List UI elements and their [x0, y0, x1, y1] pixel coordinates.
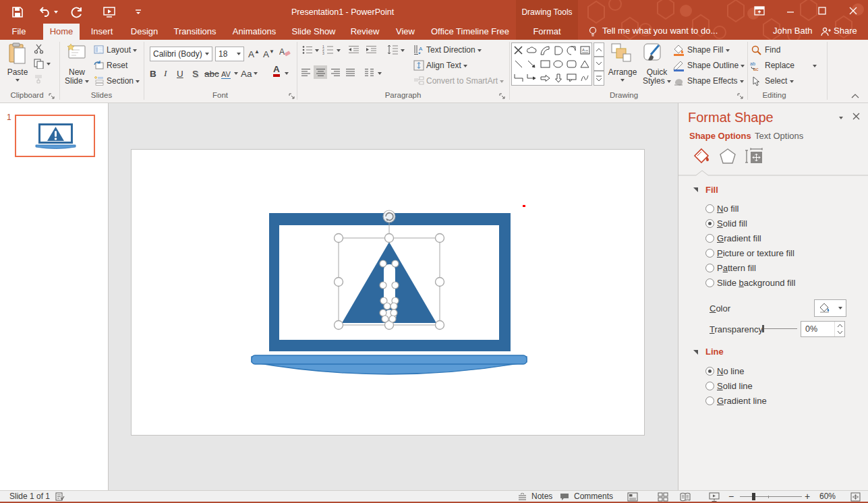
format-painter-icon[interactable]	[34, 74, 44, 84]
layout-button[interactable]: Layout	[107, 45, 137, 55]
rotate-handle[interactable]	[383, 210, 395, 223]
radio-solid-line-label[interactable]: Solid line	[717, 381, 753, 391]
collapse-ribbon-icon[interactable]	[851, 94, 859, 98]
share-button[interactable]: Share	[834, 26, 857, 36]
numbering-icon[interactable]: 123	[322, 45, 334, 55]
clear-formatting-icon[interactable]: A	[279, 47, 291, 58]
fill-color-button[interactable]	[814, 299, 846, 317]
transparency-spin-down-icon[interactable]	[837, 330, 843, 334]
fill-section-header[interactable]: Fill	[705, 185, 718, 195]
new-slide-icon[interactable]	[66, 43, 86, 62]
quick-styles-icon[interactable]	[643, 42, 666, 64]
spellcheck-icon[interactable]	[55, 492, 65, 501]
shape-rectangle-icon[interactable]	[538, 57, 552, 71]
reset-button[interactable]: Reset	[107, 60, 127, 71]
paste-button[interactable]: Paste	[4, 67, 31, 77]
paste-dropdown-icon[interactable]	[16, 79, 20, 82]
tab-format[interactable]: Format	[516, 24, 578, 40]
radio-gradient-fill-label[interactable]: Gradient fill	[717, 233, 761, 243]
shape-arc-icon[interactable]	[538, 43, 552, 57]
zoom-slider-track[interactable]	[740, 496, 802, 497]
shape-effects-button[interactable]: Shape Effects	[687, 76, 744, 86]
zoom-slider-thumb[interactable]	[752, 493, 755, 500]
radio-slide-bg-fill[interactable]	[705, 278, 714, 287]
minimize-button[interactable]	[779, 0, 802, 22]
clipboard-dialog-launcher-icon[interactable]	[49, 93, 55, 100]
radio-solid-fill-label[interactable]: Solid fill	[717, 218, 747, 229]
tab-insert[interactable]: Insert	[85, 24, 119, 40]
bullets-icon[interactable]	[302, 45, 313, 55]
align-right-icon[interactable]	[330, 68, 341, 77]
close-button[interactable]	[842, 0, 865, 22]
line-section-expander[interactable]	[693, 350, 698, 355]
tab-text-options[interactable]: Text Options	[755, 131, 803, 141]
fill-section-expander[interactable]	[693, 187, 698, 192]
zoom-level[interactable]: 60%	[819, 492, 836, 502]
fill-line-icon[interactable]	[693, 148, 711, 165]
grow-font-button[interactable]: A▲	[248, 47, 260, 59]
shape-line-icon[interactable]	[512, 57, 525, 71]
arrange-button[interactable]: Arrange	[606, 67, 639, 77]
comments-button[interactable]: Comments	[574, 492, 613, 502]
change-case-dropdown-icon[interactable]	[254, 72, 258, 75]
copy-icon[interactable]	[34, 59, 44, 69]
radio-pattern-fill-label[interactable]: Pattern fill	[717, 263, 756, 273]
numbering-dropdown-icon[interactable]	[337, 49, 341, 52]
redo-icon[interactable]	[70, 5, 84, 19]
shape-right-arrow-icon[interactable]	[538, 71, 552, 85]
paragraph-dialog-launcher-icon[interactable]	[499, 93, 506, 100]
shape-down-arrow-icon[interactable]	[552, 71, 565, 85]
shape-effects-icon[interactable]	[673, 76, 685, 87]
radio-solid-fill[interactable]	[705, 219, 714, 228]
radio-no-line-label[interactable]: No line	[717, 366, 744, 376]
transparency-value-box[interactable]: 0%	[801, 321, 845, 337]
gallery-scroll-down-button[interactable]	[594, 57, 604, 71]
shape-half-round-icon[interactable]	[552, 43, 565, 57]
laptop-base-shape[interactable]	[252, 355, 527, 374]
italic-button[interactable]: I	[164, 67, 167, 79]
font-name-combo[interactable]: Calibri (Body)	[150, 47, 212, 61]
tell-me-box[interactable]: Tell me what you want to do...	[602, 26, 718, 36]
tab-office-timeline[interactable]: Office Timeline Free	[428, 24, 513, 40]
shape-triangle-icon[interactable]	[578, 57, 591, 71]
undo-dropdown-icon[interactable]	[54, 11, 58, 13]
normal-view-icon[interactable]	[627, 492, 638, 502]
radio-no-fill-label[interactable]: No fill	[717, 204, 739, 214]
font-size-combo[interactable]: 18	[215, 47, 244, 61]
transparency-slider-track[interactable]	[762, 328, 797, 329]
reading-view-icon[interactable]	[680, 492, 691, 502]
text-shadow-button[interactable]: S	[192, 67, 198, 79]
tab-design[interactable]: Design	[127, 24, 161, 40]
radio-gradient-line[interactable]	[705, 396, 714, 405]
slide-thumbnail[interactable]	[15, 115, 95, 157]
character-spacing-button[interactable]: AV	[221, 67, 231, 79]
quick-styles-button-line2[interactable]: Styles	[641, 76, 673, 86]
shape-teardrop-icon[interactable]	[565, 43, 579, 57]
shape-outline-button[interactable]: Shape Outline	[687, 60, 745, 71]
radio-gradient-line-label[interactable]: Gradient line	[717, 396, 767, 406]
quick-styles-button[interactable]: Quick	[641, 67, 673, 77]
select-button[interactable]: Select	[765, 76, 794, 86]
font-color-dropdown-icon[interactable]	[285, 72, 289, 75]
shape-rounded-rect-icon[interactable]	[565, 57, 579, 71]
text-direction-button[interactable]: Text Direction	[426, 45, 482, 55]
qat-customize-icon[interactable]	[134, 5, 143, 19]
copy-dropdown-icon[interactable]	[47, 63, 51, 65]
shape-cloud-icon[interactable]	[525, 43, 539, 57]
shape-elbow-arrow-icon[interactable]	[525, 71, 539, 85]
tab-transitions[interactable]: Transitions	[170, 24, 220, 40]
columns-dropdown-icon[interactable]	[378, 72, 382, 75]
change-case-button[interactable]: Aa	[241, 67, 252, 79]
line-spacing-icon[interactable]	[387, 45, 398, 55]
radio-picture-fill[interactable]	[705, 249, 714, 258]
shrink-font-button[interactable]: A▼	[263, 47, 274, 59]
bullets-dropdown-icon[interactable]	[315, 49, 319, 52]
transparency-value[interactable]: 0%	[805, 324, 817, 334]
pane-menu-icon[interactable]	[839, 117, 843, 119]
cut-icon[interactable]	[34, 44, 44, 54]
character-spacing-dropdown-icon[interactable]	[234, 72, 238, 75]
tab-shape-options[interactable]: Shape Options	[689, 131, 751, 141]
text-direction-icon[interactable]: A	[413, 45, 424, 55]
tab-review[interactable]: Review	[347, 24, 383, 40]
shape-x-icon[interactable]	[512, 43, 525, 57]
